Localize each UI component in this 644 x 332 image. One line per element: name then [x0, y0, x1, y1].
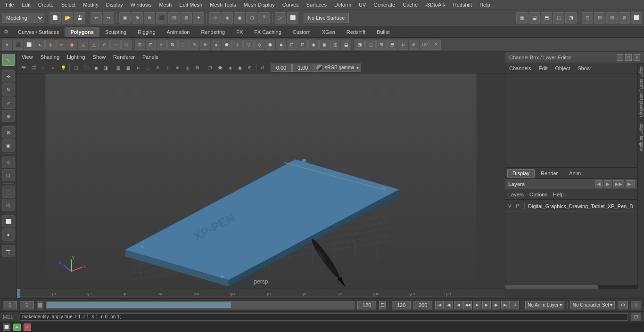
tool2-btn[interactable]: ⊟ [146, 40, 156, 50]
tool9-btn[interactable]: ⬟ [222, 40, 232, 50]
menu-display[interactable]: Display [102, 1, 127, 8]
status-settings-btn[interactable]: ⚙ [618, 301, 628, 309]
ch-menu-channels[interactable]: Channels [507, 65, 533, 72]
timeline-ruler[interactable]: 1 10 20 30 40 50 60 70 80 90 1 [17, 289, 505, 298]
bevel-btn[interactable]: ◻ [365, 40, 376, 50]
vp-renderer-menu[interactable]: Renderer [111, 54, 137, 60]
pyramid-btn[interactable]: △ [89, 40, 99, 50]
tab-custom[interactable]: Custom [287, 27, 316, 37]
dra-tab-anim[interactable]: Anim [564, 169, 586, 178]
isolate-btn[interactable]: ◎ [2, 199, 15, 211]
transform-btn[interactable]: ✦ [193, 12, 204, 24]
char-set-select[interactable]: No Character Set ▾ [570, 301, 615, 309]
layout-btn[interactable]: ⬚ [2, 186, 15, 198]
cb-ctrl-close[interactable]: × [634, 54, 640, 61]
menu-surfaces[interactable]: Surfaces [303, 1, 330, 8]
helix-btn[interactable]: 〰 [110, 40, 121, 50]
layer-item-default[interactable]: V P Digital_Graphics_Drawing_Tablet_XP_P… [505, 201, 637, 212]
vp-lighting-menu[interactable]: Lighting [65, 54, 87, 60]
film-icon[interactable]: 🎬 [29, 63, 38, 73]
cmd-copy-btn[interactable]: ⊡ [631, 313, 641, 321]
cube-btn[interactable]: ⬛ [13, 40, 23, 50]
tab-sculpting[interactable]: Sculpting [99, 27, 132, 37]
layer-scrollbar[interactable] [505, 285, 637, 289]
layers-next-btn[interactable]: ▶ [604, 180, 611, 187]
layers-sub-layers[interactable]: Layers [508, 192, 524, 197]
tool20-btn[interactable]: ⬓ [341, 40, 351, 50]
ch-menu-edit[interactable]: Edit [537, 65, 549, 72]
range-end-handle[interactable]: ⊟ [379, 301, 386, 309]
rightpanel1-btn[interactable]: ⊡ [582, 12, 593, 24]
rotate-tool-btn[interactable]: ↻ [2, 83, 15, 96]
move-tool-btn[interactable]: ✛ [2, 70, 15, 82]
tool17-btn[interactable]: ◉ [308, 40, 319, 50]
tab-xgen[interactable]: XGen [316, 27, 341, 37]
tool14-btn[interactable]: ◆ [276, 40, 286, 50]
cb-ctrl-minus[interactable]: - [617, 54, 623, 61]
scale-tool-btn[interactable]: ⤢ [2, 97, 15, 109]
motion-icon[interactable]: ≋ [133, 63, 143, 73]
menu-edit-mesh[interactable]: Edit Mesh [175, 1, 206, 8]
snap2-btn[interactable]: ◈ [222, 12, 233, 24]
smooth-btn[interactable]: ≋ [398, 40, 408, 50]
rightpanel3-btn[interactable]: ⊞ [606, 12, 618, 24]
exposure-input[interactable] [292, 64, 314, 72]
cb-ctrl-box[interactable]: □ [625, 54, 632, 61]
solid-icon[interactable]: ⬛ [81, 63, 91, 73]
layout1-btn[interactable]: ▦ [516, 12, 528, 24]
menu-curves[interactable]: Curves [279, 1, 303, 8]
render2-btn[interactable]: ⬜ [287, 12, 298, 24]
menu-edit[interactable]: Edit [18, 1, 34, 8]
sphere-btn[interactable]: ● [2, 40, 12, 50]
layout3-btn[interactable]: ⬒ [541, 12, 552, 24]
uv-btn[interactable]: UV [420, 40, 430, 50]
cam-icon[interactable]: 📷 [19, 63, 28, 73]
tool19-btn[interactable]: ◫ [330, 40, 340, 50]
tab-rendering[interactable]: Rendering [195, 27, 231, 37]
menu-deform[interactable]: Deform [330, 1, 355, 8]
next-key-btn[interactable]: |▶ [492, 301, 500, 309]
tab-bullet[interactable]: Bullet [371, 27, 396, 37]
new-scene-btn[interactable]: 📄 [50, 12, 61, 24]
range-handle[interactable] [37, 301, 43, 309]
range-end-input[interactable] [357, 301, 376, 309]
select-btn[interactable]: ▣ [119, 12, 131, 24]
ao-icon[interactable]: ▩ [124, 63, 133, 73]
render1-btn[interactable]: ▷ [275, 12, 286, 24]
menu-redshift[interactable]: Redshift [449, 1, 476, 8]
undo-btn[interactable]: ↩ [91, 12, 102, 24]
side-tab-channel-box[interactable]: Channel Box / Layer Editor [638, 63, 644, 120]
lasso-btn[interactable]: ⊗ [144, 12, 155, 24]
uvmap-icon[interactable]: ⊡ [206, 63, 215, 73]
mirror-btn[interactable]: ⬔ [355, 40, 365, 50]
extrude-btn[interactable]: ⊞ [376, 40, 387, 50]
layers-prev-btn[interactable]: ◀ [595, 180, 603, 187]
tool10-btn[interactable]: ⊹ [232, 40, 243, 50]
loop-playback-btn[interactable]: ↺ [511, 301, 519, 309]
snap-grid-btn[interactable]: ⬡ [2, 169, 15, 181]
bridge-btn[interactable]: ⬒ [387, 40, 397, 50]
menu-create[interactable]: Create [34, 1, 58, 8]
play-back-btn[interactable]: ◀◀ [463, 301, 472, 309]
tool3-btn[interactable]: ✂ [157, 40, 167, 50]
color-profile-btn[interactable]: sRGB gamma ▾ [314, 64, 361, 72]
menu-modify[interactable]: Modify [79, 1, 102, 8]
hud-icon[interactable]: ⊹ [163, 63, 173, 73]
refresh-icon[interactable]: ↺ [258, 63, 267, 73]
tool18-btn[interactable]: ▣ [319, 40, 330, 50]
frame-display-input[interactable] [20, 301, 34, 309]
vp-show-menu[interactable]: Show [91, 54, 108, 60]
pipe-btn[interactable]: ⊙ [99, 40, 110, 50]
aa-icon[interactable]: ⊛ [153, 63, 163, 73]
tab-redshift[interactable]: Redshift [341, 27, 371, 37]
tool12-btn[interactable]: ◇ [254, 40, 264, 50]
xray-icon[interactable]: ⊠ [193, 63, 202, 73]
tab-rigging[interactable]: Rigging [132, 27, 161, 37]
menu-mesh-display[interactable]: Mesh Display [240, 1, 279, 8]
face-icon[interactable]: ◈ [225, 63, 235, 73]
layout5-btn[interactable]: ⬔ [565, 12, 577, 24]
layers-sub-options[interactable]: Options [529, 192, 547, 197]
tab-polygons[interactable]: Polygons [65, 27, 99, 37]
render-icon[interactable]: ◨ [101, 63, 110, 73]
plane-btn[interactable]: ▭ [56, 40, 66, 50]
